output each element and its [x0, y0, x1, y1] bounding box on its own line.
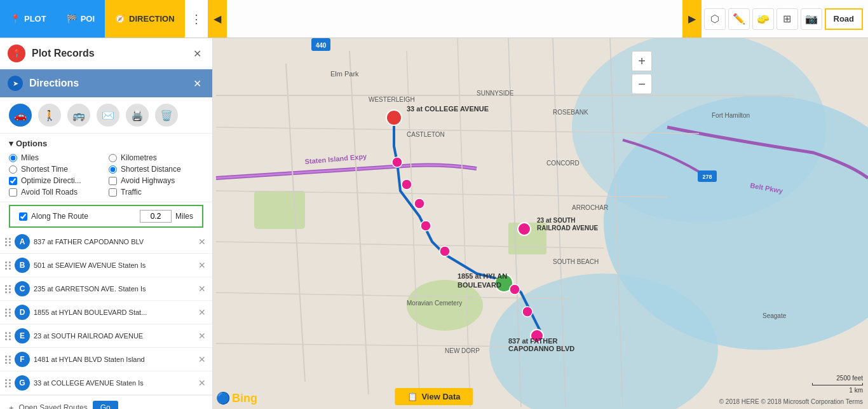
bing-label: Bing — [232, 392, 257, 405]
svg-text:Seagate: Seagate — [763, 312, 787, 319]
direction-button[interactable]: 🧭 DIRECTION — [105, 0, 185, 38]
svg-text:440: 440 — [316, 42, 327, 49]
along-route-input[interactable] — [140, 210, 172, 223]
eraser-icon[interactable]: 🧽 — [752, 8, 774, 30]
svg-text:SOUTH BEACH: SOUTH BEACH — [553, 258, 599, 265]
avoid-highways-label: Avoid Highways — [121, 176, 175, 185]
zoom-out-button[interactable]: − — [632, 74, 652, 94]
stop-letter: F — [15, 352, 30, 367]
stop-remove-button[interactable]: ✕ — [197, 260, 207, 270]
plot-records-title: Plot Records — [32, 48, 189, 59]
drag-handle[interactable] — [5, 285, 11, 293]
bing-logo: 🔵 Bing — [216, 391, 259, 405]
svg-text:Fort Hamilton: Fort Hamilton — [712, 112, 750, 119]
poi-icon: 🏁 — [67, 14, 77, 24]
svg-text:33 at COLLEGE AVENUE: 33 at COLLEGE AVENUE — [407, 105, 489, 113]
grid-icon[interactable]: ⊞ — [776, 8, 798, 30]
top-toolbar: 📍 PLOT 🏁 POI 🧭 DIRECTION ⋮ ◀ ▶ ⬡ ✏️ 🧽 ⊞ … — [0, 0, 868, 38]
stop-remove-button[interactable]: ✕ — [197, 331, 207, 341]
more-button[interactable]: ⋮ — [185, 0, 208, 38]
stop-remove-button[interactable]: ✕ — [197, 237, 207, 247]
svg-point-11 — [402, 179, 412, 190]
along-route-checkbox[interactable] — [19, 212, 27, 221]
optimize-option: Optimize Directi... — [9, 176, 104, 185]
drag-handle[interactable] — [5, 332, 11, 340]
expand-right-button[interactable]: ▶ — [682, 0, 702, 38]
options-label: Options — [16, 139, 47, 148]
shortest-distance-label: Shortest Distance — [121, 165, 181, 174]
directions-title: Directions — [29, 78, 189, 89]
road-button[interactable]: Road — [825, 8, 864, 30]
drag-handle[interactable] — [5, 261, 11, 270]
stop-letter: A — [15, 234, 30, 249]
avoid-toll-option: Avoid Toll Roads — [9, 188, 104, 197]
walk-transport-button[interactable]: 🚶 — [38, 104, 61, 127]
along-route-row: Along The Route Miles — [9, 205, 203, 228]
stop-remove-button[interactable]: ✕ — [197, 354, 207, 364]
stop-address: 501 at SEAVIEW AVENUE Staten Is — [34, 261, 193, 269]
scale-feet: 2500 feet — [836, 375, 863, 382]
table-icon: 📋 — [407, 392, 417, 401]
drag-handle[interactable] — [5, 238, 11, 246]
scale-bar — [812, 383, 863, 385]
svg-point-12 — [414, 198, 424, 209]
plot-records-close-button[interactable]: ✕ — [189, 46, 205, 61]
svg-text:ARROCHAR: ARROCHAR — [572, 204, 608, 211]
miles-option: Miles — [9, 153, 104, 162]
pencil-icon[interactable]: ✏️ — [728, 8, 750, 30]
email-button[interactable]: ✉️ — [97, 104, 119, 127]
options-grid: Miles Kilometres Shortest Time Shortest … — [9, 153, 203, 197]
poi-button[interactable]: 🏁 POI — [57, 0, 105, 38]
plot-records-header: 📍 Plot Records ✕ — [0, 38, 212, 69]
route-stop: F 1481 at HYLAN BLVD Staten Island ✕ — [0, 348, 212, 371]
svg-text:Elm Park: Elm Park — [330, 70, 359, 78]
avoid-highways-checkbox[interactable] — [109, 177, 117, 185]
svg-text:278: 278 — [702, 174, 712, 180]
direction-icon: 🧭 — [115, 14, 125, 24]
camera-icon[interactable]: 📷 — [801, 8, 822, 30]
avoid-highways-option: Avoid Highways — [109, 176, 203, 185]
kilometres-radio[interactable] — [109, 154, 117, 162]
plot-records-icon: 📍 — [8, 45, 25, 62]
optimize-checkbox[interactable] — [9, 177, 17, 185]
svg-text:CONCORD: CONCORD — [546, 160, 580, 167]
view-data-button[interactable]: 📋 View Data — [395, 388, 473, 405]
delete-button[interactable]: 🗑️ — [155, 104, 178, 127]
svg-text:WESTERLEIGH: WESTERLEIGH — [369, 96, 415, 103]
stop-letter: E — [15, 328, 30, 343]
stop-remove-button[interactable]: ✕ — [197, 284, 207, 294]
stop-address: 1481 at HYLAN BLVD Staten Island — [34, 356, 193, 363]
drag-handle[interactable] — [5, 356, 11, 364]
stop-address: 1855 at HYLAN BOULEVARD Stat... — [34, 308, 193, 316]
map-scale: 2500 feet 1 km — [812, 375, 863, 394]
map-copyright: © 2018 HERE © 2018 Microsoft Corporation… — [719, 398, 863, 405]
bottom-bar: 🔵 Bing 2500 feet 1 km 📋 View Data © 2018… — [0, 386, 868, 409]
road-label: Road — [834, 14, 855, 24]
svg-point-13 — [421, 221, 431, 231]
shortest-distance-radio[interactable] — [109, 165, 117, 174]
bing-icon: 🔵 — [216, 391, 230, 405]
transit-transport-button[interactable]: 🚌 — [67, 104, 90, 127]
traffic-checkbox[interactable] — [109, 188, 117, 197]
drag-handle[interactable] — [5, 308, 11, 317]
stop-remove-button[interactable]: ✕ — [197, 307, 207, 317]
svg-text:CASTLETON: CASTLETON — [407, 131, 445, 138]
zoom-in-button[interactable]: + — [632, 51, 652, 71]
direction-label: DIRECTION — [129, 14, 175, 24]
avoid-toll-checkbox[interactable] — [9, 188, 17, 197]
print-button[interactable]: 🖨️ — [126, 104, 149, 127]
poi-label: POI — [81, 14, 95, 24]
zoom-controls: + − — [632, 51, 652, 94]
shortest-time-radio[interactable] — [9, 165, 17, 174]
miles-label: Miles — [21, 153, 39, 162]
plot-button[interactable]: 📍 PLOT — [0, 0, 57, 38]
lasso-icon[interactable]: ⬡ — [704, 8, 726, 30]
collapse-button[interactable]: ◀ — [208, 0, 227, 38]
options-section: ▾ Options Miles Kilometres Shortest Time… — [0, 134, 212, 202]
options-title: ▾ Options — [9, 139, 203, 148]
toolbar-right: ▶ ⬡ ✏️ 🧽 ⊞ 📷 Road — [682, 0, 869, 38]
svg-text:23 at SOUTH: 23 at SOUTH — [537, 217, 576, 224]
directions-close-button[interactable]: ✕ — [189, 76, 205, 91]
miles-radio[interactable] — [9, 154, 17, 162]
car-transport-button[interactable]: 🚗 — [9, 104, 32, 127]
